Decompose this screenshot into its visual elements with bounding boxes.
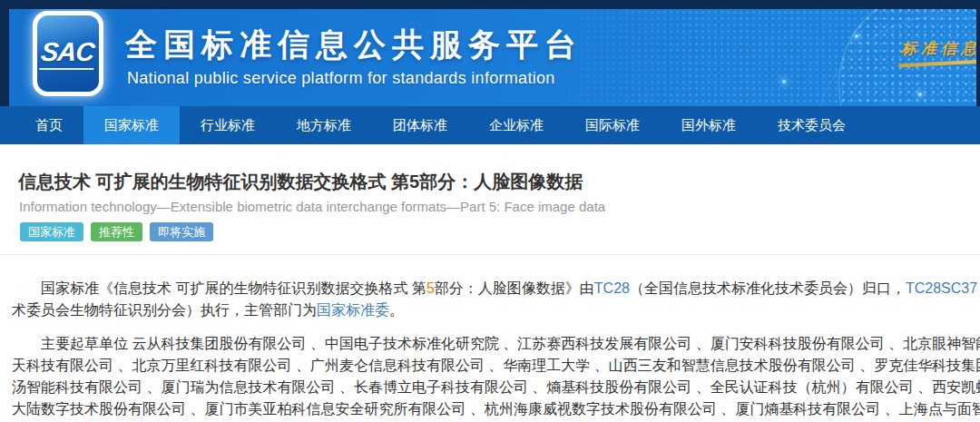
header-slogan-calligraphy: 标准信息一	[901, 38, 976, 59]
nav-item-international-standards[interactable]: 国际标准	[564, 106, 661, 144]
drafters-line: 天科技有限公司 、北京万里红科技有限公司 、广州麦仑信息科技有限公司 、华南理工…	[12, 355, 980, 377]
drafters-text: 天科技有限公司 、北京万里红科技有限公司 、广州麦仑信息科技有限公司 、华南理工…	[12, 358, 980, 373]
window-frame-left	[0, 0, 9, 106]
standard-description: 国家标准《信息技术 可扩展的生物特征识别数据交换格式 第5部分：人脸图像数据》由…	[0, 278, 980, 422]
sac-logo-text: SAC	[39, 37, 97, 70]
link-tc28sc37[interactable]: TC28SC37	[906, 280, 977, 296]
standard-title: 信息技术 可扩展的生物特征识别数据交换格式 第5部分：人脸图像数据	[0, 169, 980, 194]
content-area: 信息技术 可扩展的生物特征识别数据交换格式 第5部分：人脸图像数据 Inform…	[0, 144, 980, 422]
paragraph-drafting-organizations: 主要起草单位 云从科技集团股份有限公司 、中国电子技术标准化研究院 、江苏赛西科…	[12, 333, 980, 422]
drafters-line: 大陆数字技术股份有限公司 、厦门市美亚柏科信息安全研究所有限公司 、杭州海康威视…	[12, 398, 980, 420]
badge-status-upcoming: 即将实施	[150, 222, 213, 241]
nav-item-national-standards[interactable]: 国家标准	[83, 106, 180, 144]
ownership-line-2: 术委员会生物特征识别分会）执行，主管部门为国家标准委。	[12, 299, 980, 321]
drafters-text: 主要起草单位 云从科技集团股份有限公司 、中国电子技术标准化研究院 、江苏赛西科…	[41, 336, 980, 351]
nav-item-group-standards[interactable]: 团体标准	[372, 106, 468, 144]
nav-item-industry-standards[interactable]: 行业标准	[180, 106, 276, 144]
badge-recommended: 推荐性	[91, 222, 142, 241]
sac-logo[interactable]: SAC	[33, 11, 103, 96]
link-tc28[interactable]: TC28	[594, 280, 630, 296]
window-frame-right	[976, 0, 980, 106]
site-header: SAC 全国标准信息公共服务平台 National public service…	[9, 9, 976, 106]
sac-logo-badge: SAC	[37, 15, 99, 92]
nav-item-local-standards[interactable]: 地方标准	[276, 106, 372, 144]
ownership-text: 术委员会生物特征识别分会）执行，主管部门为	[12, 302, 317, 318]
sparkle-decoration	[918, 93, 922, 96]
ownership-line-1: 国家标准《信息技术 可扩展的生物特征识别数据交换格式 第5部分：人脸图像数据》由…	[12, 278, 980, 299]
nav-list: 首页 国家标准 行业标准 地方标准 团体标准 企业标准 国际标准 国外标准 技术…	[0, 106, 980, 144]
drafters-text: 大陆数字技术股份有限公司 、厦门市美亚柏科信息安全研究所有限公司 、杭州海康威视…	[12, 401, 980, 417]
highlighted-digit: 5	[426, 280, 435, 296]
sparkle-decoration	[855, 34, 858, 38]
nav-item-foreign-standards[interactable]: 国外标准	[661, 106, 757, 144]
ownership-text: （全国信息技术标准化技术委员会）归口，	[630, 280, 906, 296]
badge-standard-type: 国家标准	[20, 222, 83, 241]
site-title: 全国标准信息公共服务平台	[125, 24, 583, 66]
nav-item-enterprise-standards[interactable]: 企业标准	[468, 106, 564, 144]
nav-item-technical-committees[interactable]: 技术委员会	[757, 106, 867, 144]
sparkle-decoration	[782, 80, 786, 83]
window-frame-top	[0, 0, 980, 9]
paragraph-ownership: 国家标准《信息技术 可扩展的生物特征识别数据交换格式 第5部分：人脸图像数据》由…	[12, 278, 980, 321]
ownership-text: 国家标准《信息技术 可扩展的生物特征识别数据交换格式 第	[41, 280, 426, 296]
drafters-line: 汤智能科技有限公司 、厦门瑞为信息技术有限公司 、长春博立电子科技有限公司 、熵…	[12, 377, 980, 398]
nav-item-home[interactable]: 首页	[15, 106, 83, 144]
drafters-line: 主要起草单位 云从科技集团股份有限公司 、中国电子技术标准化研究院 、江苏赛西科…	[12, 333, 980, 355]
standard-title-english: Information technology—Extensible biomet…	[0, 198, 980, 216]
drafters-text: 汤智能科技有限公司 、厦门瑞为信息技术有限公司 、长春博立电子科技有限公司 、熵…	[12, 379, 980, 395]
link-standards-committee[interactable]: 国家标准委	[317, 302, 389, 318]
ownership-text: 部分：人脸图像数据》由	[435, 280, 594, 296]
ownership-text: 。	[389, 302, 404, 318]
badge-row: 国家标准 推荐性 即将实施	[0, 222, 980, 241]
section-divider	[0, 254, 980, 255]
site-subtitle: National public service platform for sta…	[127, 69, 555, 88]
main-navigation: 首页 国家标准 行业标准 地方标准 团体标准 企业标准 国际标准 国外标准 技术…	[0, 106, 980, 144]
